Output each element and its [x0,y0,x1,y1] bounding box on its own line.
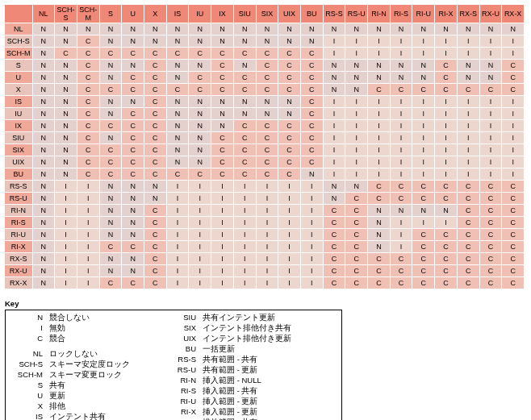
legend-desc: 挿入範囲 - 共有 [203,385,257,396]
legend-row: N競合しない [9,312,162,322]
matrix-cell: C [278,84,301,96]
matrix-cell: I [435,96,458,108]
matrix-cell: C [77,132,99,144]
matrix-cell: N [479,72,502,84]
matrix-cell: C [122,132,144,144]
matrix-cell: C [144,96,167,108]
matrix-cell: C [479,84,502,96]
matrix-cell: I [502,35,525,48]
matrix-cell: N [122,96,144,108]
matrix-cell: C [457,253,479,265]
matrix-cell: C [99,48,122,60]
matrix-cell: I [345,108,368,120]
matrix-cell: C [144,265,167,277]
matrix-cell: I [300,181,323,193]
matrix-cell: I [435,48,458,60]
matrix-cell: C [368,193,391,205]
matrix-cell: I [323,48,345,60]
matrix-cell: I [435,156,458,168]
legend-row: UIXインテント排他付き更新 [162,333,332,343]
legend-row: SCH-Sスキーマ安定度ロック [9,359,162,369]
matrix-cell: N [55,60,77,72]
legend-row: RI-N挿入範囲 - NULL [162,375,332,385]
matrix-cell: N [300,168,323,181]
matrix-cell: I [166,217,189,229]
matrix-cell: C [368,84,391,96]
legend: Key N競合しないI無効C競合NLロックしないSCH-Sスキーマ安定度ロックS… [5,299,526,420]
matrix-cell: N [166,120,189,132]
matrix-cell: C [479,205,502,217]
matrix-cell: I [412,48,435,60]
legend-code: RI-S [162,385,203,396]
matrix-cell: C [502,229,525,241]
matrix-cell: I [457,144,479,156]
matrix-cell: N [189,108,211,120]
matrix-cell: I [211,181,234,193]
matrix-cell: C [457,265,479,277]
col-header: RS-S [323,5,345,23]
legend-row: RI-S挿入範囲 - 共有 [162,385,332,396]
matrix-cell: N [189,60,211,72]
matrix-cell: N [122,253,144,265]
matrix-cell: I [368,144,391,156]
matrix-cell: N [32,217,55,229]
matrix-cell: I [77,229,99,241]
matrix-cell: N [99,96,122,108]
matrix-cell: I [435,132,458,144]
matrix-cell: I [390,108,412,120]
matrix-cell: I [323,96,345,108]
matrix-cell: N [479,23,502,35]
matrix-cell: C [435,181,458,193]
matrix-cell: N [32,108,55,120]
matrix-cell: I [345,156,368,168]
matrix-cell: I [479,156,502,168]
matrix-cell: C [166,168,189,181]
matrix-cell: N [390,205,412,217]
matrix-cell: N [99,72,122,84]
col-header: BU [300,5,323,23]
matrix-cell: N [55,96,77,108]
matrix-cell: C [502,217,525,229]
matrix-cell: N [189,132,211,144]
row-header: RI-U [5,229,32,241]
matrix-cell: I [345,120,368,132]
matrix-cell: C [77,144,99,156]
matrix-cell: C [256,168,278,181]
legend-row: I無効 [9,322,162,333]
row-header: RX-X [5,277,32,289]
matrix-cell: N [189,156,211,168]
legend-desc: 共有 [49,380,65,390]
matrix-cell: I [457,48,479,60]
matrix-cell: C [457,277,479,289]
row-header: IX [5,120,32,132]
matrix-cell: C [502,265,525,277]
legend-desc: 一括更新 [203,343,235,354]
matrix-cell: C [323,265,345,277]
matrix-cell: N [256,96,278,108]
matrix-cell: N [479,60,502,72]
matrix-cell: N [99,205,122,217]
matrix-cell: N [99,181,122,193]
row-header: RI-N [5,205,32,217]
col-header: NL [32,5,55,23]
matrix-cell: I [435,168,458,181]
matrix-cell: I [278,217,301,229]
matrix-cell: C [256,72,278,84]
matrix-cell: I [479,48,502,60]
legend-row: C競合 [9,333,162,343]
legend-desc: 競合 [49,333,65,343]
matrix-cell: N [435,23,458,35]
matrix-cell: C [77,48,99,60]
matrix-cell: N [166,60,189,72]
matrix-cell: N [32,193,55,205]
table-row: SCH-SNNCNNNNNNNNNNIIIIIIIII [5,35,525,48]
matrix-cell: C [211,60,234,72]
col-header: RS-U [345,5,368,23]
matrix-cell: I [502,96,525,108]
matrix-cell: C [211,132,234,144]
col-header: IU [189,5,211,23]
matrix-cell: N [278,23,301,35]
matrix-cell: N [32,23,55,35]
matrix-cell: C [55,48,77,60]
matrix-cell: C [457,84,479,96]
